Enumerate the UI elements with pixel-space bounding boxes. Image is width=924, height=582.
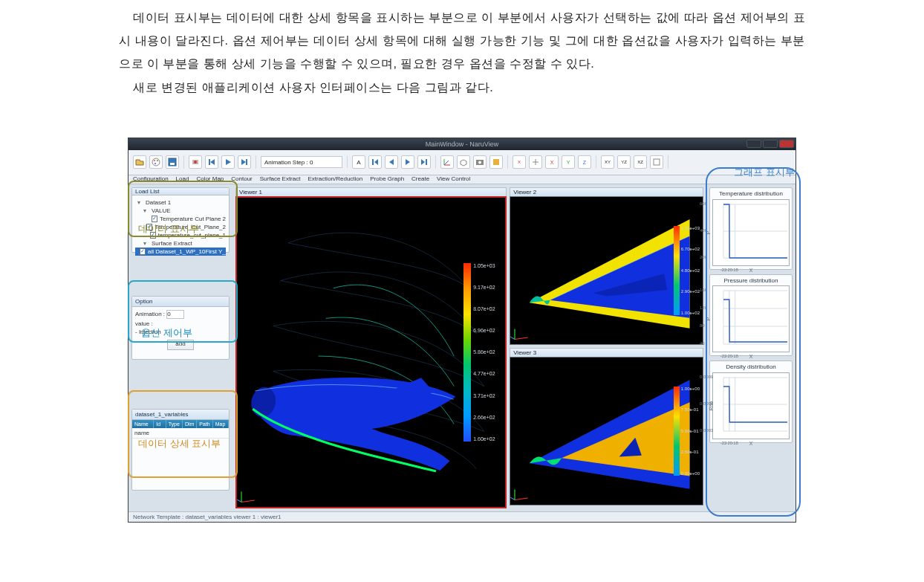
y-view-icon[interactable]: Y [562,155,575,169]
variables-columns: Name Id Type Dim Path Map [132,420,229,428]
chart-temperature: Temperature distribution P X 200400600-2… [709,187,793,270]
statusbar: Network Template : dataset_variables vie… [128,511,796,522]
svg-marker-14 [374,159,378,165]
ribbon-tab[interactable]: Contour [231,175,252,184]
window-title: MainWindow - NaruView [133,140,791,148]
play-end-icon[interactable] [238,155,251,169]
titlebar: MainWindow - NaruView [128,138,796,150]
svg-marker-17 [421,159,425,165]
axis-triad-icon [515,320,534,340]
svg-marker-9 [210,159,215,165]
ribbon-tab[interactable]: Surface Extract [260,175,301,184]
next-icon[interactable] [401,155,414,169]
tree-row[interactable]: ✓all Dataset_1_WP_10First Y_0 [135,248,226,256]
svg-rect-5 [170,163,175,165]
minimize-button[interactable] [746,140,761,148]
chart-pressure: Pressure distribution P X 4080120160-22-… [709,274,793,357]
svg-rect-8 [209,159,210,165]
xy-view-icon[interactable]: XY [601,155,614,169]
palette-icon[interactable] [149,155,163,169]
color-legend-ticks: 1.05e+039.17e+028.07e+026.96e+025.86e+02… [473,263,495,442]
snapshot-icon[interactable] [473,155,487,169]
figure: MainWindow - NaruView Animation Step [128,138,796,523]
color-legend-bar [674,226,680,315]
variables-title: dataset_1_variables [135,411,189,418]
seek-start-icon[interactable] [368,155,382,169]
ribbon-tab[interactable]: Create [411,175,429,184]
svg-rect-18 [426,159,427,165]
prev-icon[interactable] [385,155,398,169]
axis-triad-icon [515,481,534,500]
axis-icon[interactable] [440,155,454,169]
table-row[interactable]: name [132,428,229,439]
svg-rect-25 [654,159,660,165]
axis-triad-icon [241,483,261,502]
svg-marker-11 [241,159,246,165]
xz-view-icon[interactable]: XZ [634,155,647,169]
text-icon[interactable]: A [352,155,365,169]
svg-marker-15 [389,159,394,165]
ribbon-tab[interactable]: Load [176,175,189,184]
xyz-icon[interactable]: X [513,155,526,169]
chart-title: Temperature distribution [719,191,783,198]
play-begin-icon[interactable] [205,155,218,169]
ribbon-tab[interactable]: Configuration [133,175,169,184]
ribbon-tab[interactable]: Color Map [196,175,224,184]
tree-row[interactable]: ▾VALUE [135,207,226,215]
color-legend-bar [463,263,471,442]
open-icon[interactable] [133,155,146,169]
svg-rect-13 [372,159,374,165]
svg-point-3 [154,163,156,164]
color-legend-bar [674,387,680,476]
svg-rect-24 [493,159,499,165]
pipeline-title: Load List [135,188,159,195]
animation-step-field[interactable]: Animation Step : 0 [261,156,342,168]
save-icon[interactable] [166,155,179,169]
pipeline-panel: Load List ▾Dataset 1▾VALUE✓Temperature C… [131,187,230,253]
chart-title: Pressure distribution [724,278,778,285]
viewport-main-title: Viewer 1 [235,187,507,196]
close-button[interactable] [779,140,794,148]
maximize-button[interactable] [763,140,778,148]
fit-icon[interactable] [650,155,663,169]
yz-view-icon[interactable]: YZ [617,155,631,169]
iso-icon[interactable] [457,155,470,169]
svg-point-7 [194,161,197,164]
z-view-icon[interactable]: Z [578,155,591,169]
ribbon-tab[interactable]: Probe Graph [370,175,404,184]
svg-rect-12 [246,159,247,165]
x-view-icon[interactable]: X [545,155,559,169]
tree-row[interactable]: ▾Dataset 1 [135,198,226,207]
svg-point-1 [154,160,155,161]
body-paragraph-2: 새로 변경된 애플리케이션 사용자 인터페이스는 다음 그림과 같다. [119,76,805,99]
add-button[interactable]: add [167,340,193,350]
viewport-bottom-title: Viewer 3 [510,348,703,357]
tree-row[interactable]: ▾Surface Extract [135,239,226,248]
annotation-data-detail-label: 데이터 상세 표시부 [138,438,221,450]
play-icon[interactable] [221,155,235,169]
ribbon-tab-strip: Configuration Load Color Map Contour Sur… [128,175,796,184]
shade-icon[interactable] [489,155,503,169]
option-title: Option [135,298,153,305]
record-icon[interactable] [189,155,202,169]
ribbon-tab[interactable]: View Control [437,175,470,184]
svg-point-0 [152,158,160,166]
chart-title: Density distribution [726,364,776,371]
chart-density: Density distribution Rho X 0.00030.00060… [709,360,793,443]
viewport-main[interactable]: 1.05e+039.17e+028.07e+026.96e+025.86e+02… [235,196,507,508]
color-legend-ticks: 1.05e+036.70e+024.80e+022.90e+021.00e+02 [681,226,700,315]
animation-label: Animation : [135,311,165,317]
ribbon-tab[interactable]: Extraction/Reduction [308,175,362,184]
body-paragraph-1: 데이터 표시부는 데이터에 대한 상세 항목을 표시하는 부분으로 이 부분에서… [119,6,805,76]
color-legend-ticks: 1.00e+007.50e-015.00e-012.50e-010.00e+00 [681,387,700,476]
svg-marker-16 [406,159,410,165]
svg-marker-10 [226,159,231,165]
cut-icon[interactable] [529,155,542,169]
viewport-bottom[interactable]: 1.00e+007.50e-015.00e-012.50e-010.00e+00 [510,357,703,505]
annotation-option-control-label: 옵션 제어부 [141,326,192,340]
animation-spinner[interactable]: 0 [166,310,184,319]
svg-point-23 [478,161,481,164]
seek-end-icon[interactable] [417,155,431,169]
viewport-top-title: Viewer 2 [510,187,703,196]
viewport-top[interactable]: 1.05e+036.70e+024.80e+022.90e+021.00e+02 [510,196,703,345]
